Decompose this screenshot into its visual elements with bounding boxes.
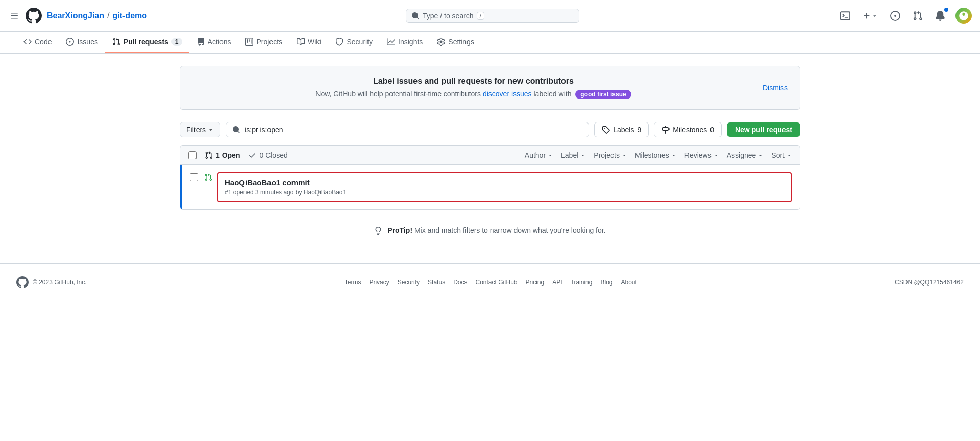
author-filter-label: Author	[525, 151, 546, 159]
open-count[interactable]: 1 Open	[205, 151, 240, 159]
terminal-button[interactable]	[838, 9, 852, 23]
header-search-area: Type / to search /	[153, 9, 832, 23]
milestones-filter-button[interactable]: Milestones	[635, 151, 676, 159]
tab-code[interactable]: Code	[16, 32, 59, 53]
reviews-filter-button[interactable]: Reviews	[684, 151, 719, 159]
footer-link-api[interactable]: API	[552, 279, 562, 286]
footer-copyright: © 2023 GitHub, Inc.	[33, 279, 87, 286]
projects-icon	[245, 38, 253, 46]
pr-item-title[interactable]: HaoQiBaoBao1 commit	[225, 178, 310, 187]
tab-actions-label: Actions	[208, 38, 231, 46]
projects-chevron-icon	[622, 153, 627, 158]
banner-labeled-text: labeled with	[534, 90, 574, 98]
author-filter-button[interactable]: Author	[525, 151, 553, 159]
main-content: Label issues and pull requests for new c…	[163, 54, 817, 263]
pull-requests-nav-button[interactable]	[911, 9, 925, 23]
header-left: BearXiongJian / git-demo	[8, 8, 147, 24]
filters-dropdown-button[interactable]: Filters	[180, 122, 220, 137]
issues-icon	[66, 38, 74, 46]
search-kbd: /	[477, 12, 484, 20]
assignee-filter-button[interactable]: Assignee	[727, 151, 764, 159]
sort-button[interactable]: Sort	[771, 151, 792, 159]
filter-search-input[interactable]	[244, 126, 582, 134]
code-icon	[23, 38, 32, 46]
global-search-box[interactable]: Type / to search /	[406, 9, 579, 23]
label-filter-button[interactable]: Label	[561, 151, 585, 159]
tab-issues[interactable]: Issues	[59, 32, 105, 53]
milestones-filter-label: Milestones	[635, 151, 669, 159]
footer-link-contact[interactable]: Contact GitHub	[475, 279, 517, 286]
create-new-button[interactable]	[861, 10, 880, 22]
labels-text: Labels	[613, 126, 634, 134]
banner-discover-link[interactable]: discover issues	[483, 90, 532, 98]
pr-item-meta-text: opened 3 minutes ago by HaoQiBaoBao1	[233, 189, 347, 196]
footer-watermark: CSDN @QQ1215461462	[895, 279, 964, 286]
search-icon	[411, 12, 420, 20]
pr-list-item: HaoQiBaoBao1 commit #1 opened 3 minutes …	[180, 165, 800, 209]
pull-requests-badge: 1	[172, 38, 182, 46]
closed-count[interactable]: 0 Closed	[248, 151, 287, 159]
select-all-checkbox[interactable]	[188, 151, 197, 159]
footer-link-about[interactable]: About	[621, 279, 637, 286]
filters-bar: Filters Labels 9 Milestones 0 New pull	[180, 122, 800, 137]
footer-link-docs[interactable]: Docs	[453, 279, 467, 286]
tab-wiki[interactable]: Wiki	[289, 32, 328, 53]
sort-chevron-icon	[787, 153, 792, 158]
tab-actions[interactable]: Actions	[189, 32, 238, 53]
security-icon	[335, 38, 344, 46]
user-avatar[interactable]	[955, 8, 972, 24]
search-placeholder: Type / to search	[423, 12, 474, 20]
tab-security[interactable]: Security	[328, 32, 380, 53]
footer-link-status[interactable]: Status	[428, 279, 445, 286]
author-chevron-icon	[548, 153, 553, 158]
protip-section: ProTip! Mix and match filters to narrow …	[180, 210, 800, 251]
footer-link-blog[interactable]: Blog	[600, 279, 612, 286]
notifications-button[interactable]	[933, 9, 947, 23]
tab-security-label: Security	[347, 38, 373, 46]
actions-icon	[197, 38, 205, 46]
banner-body: Label issues and pull requests for new c…	[192, 77, 754, 99]
wiki-icon	[297, 38, 305, 46]
header-actions	[838, 8, 972, 24]
pr-list-header-left: 1 Open 0 Closed	[188, 151, 525, 159]
breadcrumb-owner[interactable]: BearXiongJian	[47, 11, 104, 20]
labels-button[interactable]: Labels 9	[594, 122, 649, 137]
tab-pull-requests[interactable]: Pull requests 1	[105, 32, 189, 53]
hamburger-button[interactable]	[8, 10, 20, 22]
closed-count-text: 0 Closed	[259, 151, 287, 159]
footer-link-privacy[interactable]: Privacy	[369, 279, 389, 286]
footer-link-training[interactable]: Training	[571, 279, 593, 286]
open-count-text: 1 Open	[216, 151, 240, 159]
breadcrumb-repo[interactable]: git-demo	[112, 11, 147, 20]
tab-settings[interactable]: Settings	[430, 32, 481, 53]
pr-item-number: #1	[225, 189, 231, 196]
notification-wrapper	[933, 9, 947, 23]
new-pull-request-button[interactable]: New pull request	[727, 122, 800, 137]
projects-filter-button[interactable]: Projects	[594, 151, 627, 159]
label-filter-label: Label	[561, 151, 578, 159]
site-footer: © 2023 GitHub, Inc. Terms Privacy Securi…	[0, 263, 980, 301]
dismiss-button[interactable]: Dismiss	[754, 84, 788, 92]
tab-issues-label: Issues	[77, 38, 97, 46]
issues-button[interactable]	[888, 9, 902, 23]
contributor-banner: Label issues and pull requests for new c…	[180, 66, 800, 110]
repo-nav: Code Issues Pull requests 1 Actions Proj…	[0, 32, 980, 54]
milestones-button[interactable]: Milestones 0	[654, 122, 722, 137]
tab-insights-label: Insights	[398, 38, 423, 46]
milestones-count: 0	[710, 126, 714, 134]
projects-filter-label: Projects	[594, 151, 620, 159]
tab-projects[interactable]: Projects	[238, 32, 289, 53]
footer-link-terms[interactable]: Terms	[345, 279, 361, 286]
insights-icon	[387, 38, 395, 46]
breadcrumb-separator: /	[107, 11, 109, 20]
footer-link-security[interactable]: Security	[398, 279, 420, 286]
protip-text: Mix and match filters to narrow down wha…	[414, 226, 606, 234]
pr-item-checkbox[interactable]	[190, 173, 198, 181]
pull-requests-list: 1 Open 0 Closed Author Label	[180, 145, 800, 210]
site-header: BearXiongJian / git-demo Type / to searc…	[0, 0, 980, 32]
bell-icon	[935, 11, 945, 21]
labels-count: 9	[637, 126, 641, 134]
tab-insights[interactable]: Insights	[380, 32, 430, 53]
filter-search-box[interactable]	[226, 122, 589, 137]
footer-link-pricing[interactable]: Pricing	[526, 279, 545, 286]
